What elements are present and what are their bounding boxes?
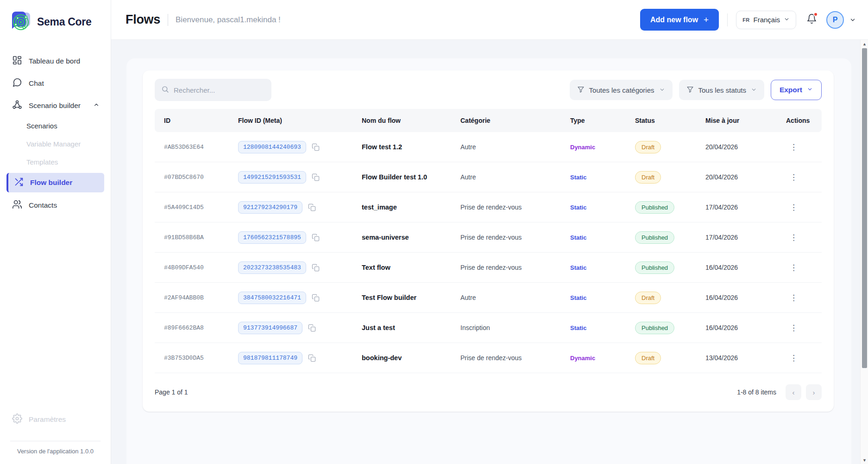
next-page-button[interactable]: › — [806, 384, 822, 400]
page-indicator: Page 1 of 1 — [155, 388, 188, 396]
column-header: Catégorie — [451, 117, 561, 124]
copy-icon[interactable] — [312, 264, 320, 272]
row-category: Prise de rendez-vous — [451, 234, 561, 241]
copy-icon[interactable] — [308, 354, 316, 362]
flow-id-badge: 981879811178749 — [238, 352, 302, 364]
chevron-up-icon[interactable] — [93, 102, 100, 110]
row-flow-name: Just a test — [352, 324, 451, 331]
status-badge: Published — [635, 322, 674, 334]
scrollbar-thumb[interactable] — [862, 48, 867, 368]
status-badge: Published — [635, 231, 674, 244]
sidebar-item-chat[interactable]: Chat — [0, 72, 111, 95]
status-filter-label: Tous les statuts — [698, 86, 746, 94]
sidebar-item-dashboard[interactable]: Tableau de bord — [0, 50, 111, 72]
table-row[interactable]: #89F6662BA8 913773914996687 Just a test … — [155, 313, 822, 343]
flow-id-badge: 913773914996687 — [238, 322, 302, 334]
table-row[interactable]: #07BD5C8670 1499215291593531 Flow Builde… — [155, 162, 822, 192]
row-type: Static — [561, 234, 626, 241]
copy-icon[interactable] — [312, 234, 320, 242]
page-title: Flows — [126, 13, 160, 27]
row-actions-menu-icon[interactable]: ⋮ — [777, 203, 822, 211]
row-actions-menu-icon[interactable]: ⋮ — [777, 294, 822, 302]
dashboard-icon — [12, 55, 22, 67]
row-status-cell: Draft — [626, 171, 696, 184]
sidebar-item-label: Templates — [26, 158, 58, 166]
status-badge: Published — [635, 201, 674, 214]
copy-icon[interactable] — [308, 203, 316, 211]
funnel-icon — [577, 86, 585, 95]
sidebar-item-label: Scenario builder — [29, 102, 81, 110]
column-header: Flow ID (Meta) — [229, 117, 352, 124]
sidebar-item-flow-builder[interactable]: Flow builder — [6, 173, 104, 192]
category-filter-label: Toutes les catégories — [589, 86, 654, 94]
sidebar-item-variable-manager: Variable Manager — [0, 135, 111, 153]
table-row[interactable]: #91BD58B6BA 1760562321578895 sema-univer… — [155, 222, 822, 253]
column-header: Type — [561, 117, 626, 124]
flow-id-badge: 1499215291593531 — [238, 171, 306, 184]
app-logo-icon — [10, 10, 31, 33]
row-actions-menu-icon[interactable]: ⋮ — [777, 234, 822, 242]
column-header: ID — [155, 117, 229, 124]
sidebar-item-scenario-builder[interactable]: Scenario builder — [0, 95, 111, 117]
language-selector[interactable]: FR Français — [736, 11, 796, 29]
copy-icon[interactable] — [308, 324, 316, 332]
search-box[interactable] — [155, 79, 271, 101]
row-category: Autre — [451, 294, 561, 301]
add-new-flow-button[interactable]: Add new flow+ — [640, 9, 719, 31]
row-actions-menu-icon[interactable]: ⋮ — [777, 324, 822, 332]
shuffle-icon — [14, 177, 24, 189]
table-row[interactable]: #5A409C14D5 921279234290179 test_image P… — [155, 192, 822, 222]
language-label: Français — [753, 16, 780, 24]
table-header-row: IDFlow ID (Meta)Nom du flowCatégorieType… — [155, 109, 822, 132]
row-actions-menu-icon[interactable]: ⋮ — [777, 354, 822, 362]
table-toolbar: Toutes les catégories Tous les statuts — [155, 79, 822, 101]
row-type: Static — [561, 264, 626, 271]
row-actions-menu-icon[interactable]: ⋮ — [777, 173, 822, 181]
row-id: #89F6662BA8 — [155, 324, 229, 331]
divider — [168, 14, 168, 26]
row-actions-menu-icon[interactable]: ⋮ — [777, 264, 822, 272]
table-row[interactable]: #3B753D0DA5 981879811178749 booking-dev … — [155, 343, 822, 373]
flow-id-badge: 3847580032216471 — [238, 292, 306, 304]
row-type: Dynamic — [561, 144, 626, 151]
prev-page-button[interactable]: ‹ — [786, 384, 801, 400]
notifications-button[interactable] — [806, 13, 817, 26]
export-button[interactable]: Export — [771, 80, 822, 100]
scroll-up-arrow-icon[interactable]: ▲ — [861, 40, 868, 48]
search-input[interactable] — [174, 86, 262, 94]
table-row[interactable]: #AB53D63E64 1280908144240693 Flow test 1… — [155, 132, 822, 162]
chevron-down-icon — [784, 16, 790, 24]
chevron-down-icon[interactable] — [849, 17, 856, 23]
vertical-scrollbar[interactable]: ▲ ▼ — [860, 40, 868, 464]
sidebar-item-templates: Templates — [0, 153, 111, 171]
row-id: #07BD5C8670 — [155, 174, 229, 181]
table-row[interactable]: #4B09DFA540 2023273238535483 Text flow P… — [155, 253, 822, 283]
status-filter-dropdown[interactable]: Tous les statuts — [679, 80, 764, 100]
welcome-text: Bienvenue, pascal1.mekinda ! — [176, 15, 281, 25]
row-type: Static — [561, 324, 626, 331]
row-flow-id-cell: 913773914996687 — [229, 322, 352, 334]
copy-icon[interactable] — [312, 173, 320, 181]
main-content: Toutes les catégories Tous les statuts — [111, 40, 860, 464]
category-filter-dropdown[interactable]: Toutes les catégories — [570, 80, 673, 100]
row-status-cell: Draft — [626, 352, 696, 364]
sidebar: Sema Core Tableau de bord Chat — [0, 0, 111, 464]
sidebar-item-scenarios[interactable]: Scenarios — [0, 117, 111, 135]
table-row[interactable]: #2AF94ABB0B 3847580032216471 Test Flow b… — [155, 283, 822, 313]
scroll-down-arrow-icon[interactable]: ▼ — [861, 456, 868, 464]
row-flow-name: sema-universe — [352, 234, 451, 241]
row-category: Autre — [451, 143, 561, 151]
sidebar-item-label: Variable Manager — [26, 140, 81, 148]
sidebar-item-contacts[interactable]: Contacts — [0, 194, 111, 216]
language-code: FR — [742, 17, 749, 23]
users-icon — [12, 199, 22, 211]
row-actions-menu-icon[interactable]: ⋮ — [777, 143, 822, 151]
row-updated-date: 20/04/2026 — [696, 143, 777, 151]
row-flow-id-cell: 2023273238535483 — [229, 261, 352, 274]
row-id: #4B09DFA540 — [155, 264, 229, 271]
avatar[interactable]: P — [826, 11, 844, 29]
copy-icon[interactable] — [312, 294, 320, 302]
row-updated-date: 16/04/2026 — [696, 294, 777, 301]
copy-icon[interactable] — [312, 143, 320, 151]
row-flow-name: Test Flow builder — [352, 294, 451, 301]
